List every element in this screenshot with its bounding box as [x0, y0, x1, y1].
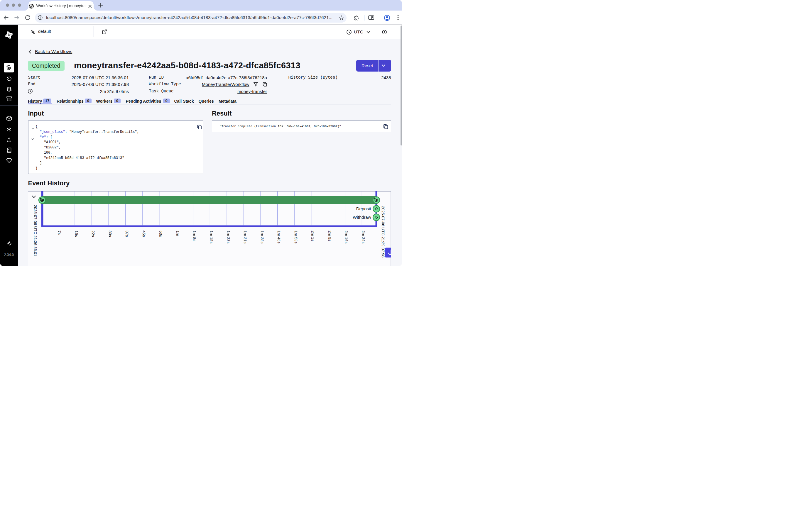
- svg-text:7s: 7s: [57, 230, 62, 235]
- svg-text:2025-07-06 UTC 21:39:07.98: 2025-07-06 UTC 21:39:07.98: [381, 206, 385, 258]
- svg-text:2m 16s: 2m 16s: [344, 230, 349, 244]
- svg-text:1m 8s: 1m 8s: [192, 230, 197, 241]
- svg-text:1m 38s: 1m 38s: [260, 230, 264, 244]
- svg-text:1m 46s: 1m 46s: [277, 230, 281, 244]
- svg-text:22s: 22s: [91, 230, 95, 237]
- svg-text:1m 15s: 1m 15s: [209, 230, 213, 244]
- svg-text:1m 53s: 1m 53s: [294, 230, 298, 244]
- svg-text:37s: 37s: [125, 230, 129, 237]
- svg-text:53s: 53s: [158, 230, 163, 237]
- svg-text:2025-07-06 UTC 21:36:36.01: 2025-07-06 UTC 21:36:36.01: [33, 205, 38, 256]
- svg-text:2m 24s: 2m 24s: [361, 230, 366, 244]
- svg-text:1m 31s: 1m 31s: [243, 230, 247, 244]
- svg-text:2m 1s: 2m 1s: [311, 230, 315, 241]
- svg-text:30s: 30s: [108, 230, 112, 237]
- svg-text:Deposit: Deposit: [356, 206, 372, 211]
- svg-text:1m: 1m: [175, 230, 180, 236]
- svg-text:1m 23s: 1m 23s: [226, 230, 231, 244]
- svg-text:Withdraw: Withdraw: [353, 214, 371, 220]
- svg-text:15s: 15s: [74, 230, 79, 237]
- svg-text:45s: 45s: [142, 230, 146, 237]
- svg-text:2m 9s: 2m 9s: [328, 230, 332, 241]
